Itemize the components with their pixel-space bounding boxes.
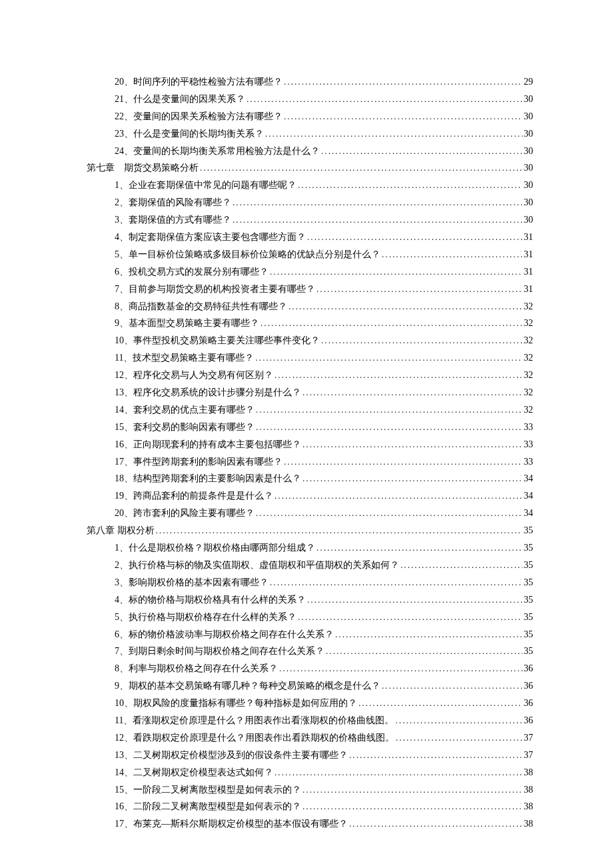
toc-entry: 15、套利交易的影响因素有哪些？33 — [87, 419, 533, 436]
toc-entry-page: 32 — [524, 315, 533, 332]
toc-leader-dots — [321, 332, 522, 349]
toc-leader-dots — [279, 660, 522, 677]
toc-entry-label: 7、到期日剩余时间与期权价格之间存在什么关系？ — [115, 643, 324, 660]
toc-leader-dots — [303, 384, 522, 401]
toc-entry: 1、企业在套期保值中常见的问题有哪些呢？30 — [87, 177, 533, 194]
toc-entry-label: 16、正向期现套利的持有成本主要包括哪些？ — [115, 436, 301, 453]
toc-entry-page: 38 — [524, 781, 533, 799]
toc-entry: 14、套利交易的优点主要有哪些？32 — [87, 401, 533, 419]
toc-entry: 19、跨商品套利的前提条件是是什么？34 — [87, 487, 533, 505]
toc-entry-label: 22、变量间的因果关系检验方法有哪些？ — [115, 108, 283, 125]
toc-entry-label: 17、布莱克―斯科尔斯期权定价模型的基本假设有哪些？ — [115, 815, 348, 833]
toc-entry-label: 20、跨市套利的风险主要有哪些？ — [115, 505, 255, 522]
toc-entry-label: 18、结构型跨期套利的主要影响因素是什么？ — [115, 470, 301, 487]
toc-entry-label: 5、单一目标价位策略或多级目标价位策略的优缺点分别是什么？ — [115, 246, 380, 263]
toc-entry: 20、跨市套利的风险主要有哪些？34 — [87, 505, 533, 522]
toc-entry-page: 30 — [524, 108, 533, 125]
toc-entry-page: 29 — [524, 73, 533, 91]
toc-entry: 13、程序化交易系统的设计步骤分别是什么？32 — [87, 384, 533, 401]
toc-entry-label: 2、执行价格与标的物及实值期权、虚值期权和平值期权的关系如何？ — [115, 557, 399, 574]
toc-entry-label: 13、程序化交易系统的设计步骤分别是什么？ — [115, 384, 301, 401]
toc-entry-page: 35 — [524, 522, 533, 539]
toc-entry-page: 32 — [524, 367, 533, 384]
toc-entry-page: 30 — [524, 177, 533, 194]
toc-entry-label: 6、投机交易方式的发展分别有哪些？ — [115, 263, 269, 281]
toc-entry-label: 第七章 期货交易策略分析 — [87, 159, 199, 177]
toc-leader-dots — [256, 419, 522, 436]
toc-entry-label: 5、执行价格与期权价格存在什么样的关系？ — [115, 609, 297, 626]
toc-entry-page: 36 — [524, 712, 533, 729]
toc-leader-dots — [307, 591, 522, 609]
toc-entry-page: 35 — [524, 574, 533, 591]
toc-entry-label: 16、二阶段二叉树离散型模型是如何表示的？ — [115, 798, 301, 815]
toc-leader-dots — [275, 764, 522, 781]
toc-entry-page: 33 — [524, 436, 533, 453]
toc-entry: 24、变量间的长期均衡关系常用检验方法是什么？30 — [87, 143, 533, 160]
toc-entry-page: 30 — [524, 211, 533, 229]
toc-leader-dots — [247, 91, 522, 108]
toc-entry-page: 35 — [524, 591, 533, 609]
toc-entry-page: 34 — [524, 505, 533, 522]
toc-entry: 23、什么是变量间的长期均衡关系？30 — [87, 125, 533, 143]
toc-entry-label: 2、套期保值的风险有哪些？ — [115, 194, 231, 211]
toc-entry: 17、布莱克―斯科尔斯期权定价模型的基本假设有哪些？38 — [87, 815, 533, 833]
toc-leader-dots — [316, 281, 522, 298]
toc-entry: 9、基本面型交易策略主要有哪些？32 — [87, 315, 533, 332]
toc-entry: 5、单一目标价位策略或多级目标价位策略的优缺点分别是什么？31 — [87, 246, 533, 263]
toc-entry: 13、二叉树期权定价模型涉及到的假设条件主要有哪些？37 — [87, 747, 533, 764]
toc-entry: 9、期权的基本交易策略有哪几种？每种交易策略的概念是什么？36 — [87, 677, 533, 695]
toc-entry: 3、影响期权价格的基本因素有哪些？35 — [87, 574, 533, 591]
toc-entry: 11、技术型交易策略主要有哪些？32 — [87, 349, 533, 367]
toc-entry-label: 14、套利交易的优点主要有哪些？ — [115, 401, 255, 419]
toc-entry: 6、标的物价格波动率与期权价格之间存在什么关系？35 — [87, 626, 533, 643]
toc-leader-dots — [303, 436, 522, 453]
toc-entry: 2、执行价格与标的物及实值期权、虚值期权和平值期权的关系如何？35 — [87, 557, 533, 574]
toc-entry: 16、正向期现套利的持有成本主要包括哪些？33 — [87, 436, 533, 453]
toc-entry-label: 14、二叉树期权定价模型表达式如何？ — [115, 764, 273, 781]
toc-entry-page: 31 — [524, 229, 533, 246]
toc-leader-dots — [256, 505, 522, 522]
toc-leader-dots — [256, 401, 522, 419]
toc-entry: 14、二叉树期权定价模型表达式如何？38 — [87, 764, 533, 781]
toc-entry-label: 9、基本面型交易策略主要有哪些？ — [115, 315, 259, 332]
toc-leader-dots — [349, 815, 522, 833]
toc-entry-label: 13、二叉树期权定价模型涉及到的假设条件主要有哪些？ — [115, 747, 348, 764]
toc-leader-dots — [400, 557, 522, 574]
toc-entry-page: 37 — [524, 747, 533, 764]
toc-entry: 4、制定套期保值方案应该主要包含哪些方面？31 — [87, 229, 533, 246]
toc-entry: 17、事件型跨期套利的影响因素有哪些？33 — [87, 453, 533, 471]
toc-leader-dots — [303, 798, 522, 815]
toc-entry: 7、到期日剩余时间与期权价格之间存在什么关系？35 — [87, 643, 533, 660]
toc-entry: 4、标的物价格与期权价格具有什么样的关系？35 — [87, 591, 533, 609]
toc-leader-dots — [303, 781, 522, 799]
toc-entry-label: 3、影响期权价格的基本因素有哪些？ — [115, 574, 269, 591]
toc-entry: 2、套期保值的风险有哪些？30 — [87, 194, 533, 211]
toc-entry-label: 15、一阶段二叉树离散型模型是如何表示的？ — [115, 781, 301, 799]
toc-leader-dots — [275, 487, 522, 505]
toc-entry: 10、事件型投机交易策略主要关注哪些事件变化？32 — [87, 332, 533, 349]
toc-entry-label: 8、商品指数基金的交易特征共性有哪些？ — [115, 298, 287, 315]
toc-entry-page: 30 — [524, 194, 533, 211]
toc-entry-page: 31 — [524, 263, 533, 281]
toc-entry: 6、投机交易方式的发展分别有哪些？31 — [87, 263, 533, 281]
toc-entry-page: 32 — [524, 401, 533, 419]
toc-entry-label: 20、时间序列的平稳性检验方法有哪些？ — [115, 73, 283, 91]
toc-entry-label: 15、套利交易的影响因素有哪些？ — [115, 419, 255, 436]
toc-entry-page: 33 — [524, 453, 533, 471]
toc-entry-page: 38 — [524, 815, 533, 833]
toc-leader-dots — [284, 453, 522, 471]
toc-entry-label: 12、看跌期权定价原理是什么？用图表作出看跌期权的价格曲线图。 — [115, 729, 394, 747]
toc-entry: 10、期权风险的度量指标有哪些？每种指标是如何应用的？36 — [87, 695, 533, 712]
toc-entry-page: 34 — [524, 487, 533, 505]
toc-entry-label: 8、利率与期权价格之间存在什么关系？ — [115, 660, 278, 677]
toc-entry-label: 19、跨商品套利的前提条件是是什么？ — [115, 487, 273, 505]
toc-entry-page: 30 — [524, 125, 533, 143]
toc-leader-dots — [233, 194, 522, 211]
toc-entry: 20、时间序列的平稳性检验方法有哪些？29 — [87, 73, 533, 91]
toc-leader-dots — [382, 246, 522, 263]
toc-entry: 8、商品指数基金的交易特征共性有哪些？32 — [87, 298, 533, 315]
toc-entry-page: 37 — [524, 729, 533, 747]
toc-leader-dots — [335, 626, 522, 643]
toc-entry-page: 30 — [524, 91, 533, 108]
toc-entry-label: 24、变量间的长期均衡关系常用检验方法是什么？ — [115, 143, 320, 160]
